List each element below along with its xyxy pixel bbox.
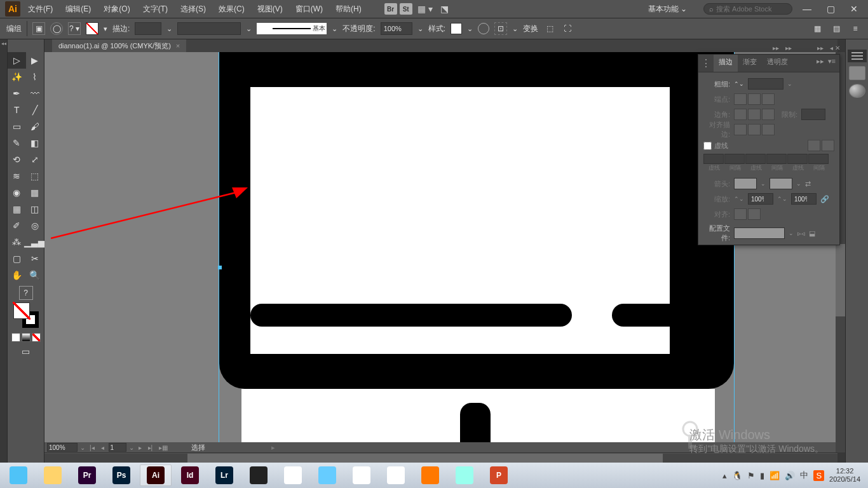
- screen-mode[interactable]: ▭: [17, 343, 35, 360]
- bbox-icon[interactable]: ▣: [32, 22, 45, 35]
- fill-stroke-indicator[interactable]: [13, 302, 39, 328]
- tray-expand-icon[interactable]: ▴: [722, 471, 727, 480]
- workspace-selector[interactable]: 基本功能 ⌄: [643, 3, 698, 16]
- color-mode-fill[interactable]: [11, 333, 20, 342]
- tray-qq-icon[interactable]: 🐧: [732, 471, 742, 480]
- dock-properties-icon[interactable]: [849, 66, 865, 80]
- align-center[interactable]: [734, 124, 747, 135]
- stroke-weight-input[interactable]: [135, 22, 161, 35]
- align-icon[interactable]: ⊡: [494, 22, 507, 35]
- cap-round[interactable]: [748, 93, 761, 105]
- menu-help[interactable]: 帮助(H): [330, 1, 367, 17]
- panel-tab-stroke[interactable]: 描边: [714, 55, 738, 72]
- style-swatch[interactable]: [451, 23, 462, 34]
- cap-butt[interactable]: [734, 93, 747, 105]
- rectangle-tool[interactable]: ▭: [8, 118, 26, 135]
- panel-menu-icon[interactable]: ▾≡: [828, 57, 836, 69]
- paintbrush-tool[interactable]: 🖌: [26, 118, 44, 135]
- arrow-extend[interactable]: [734, 208, 747, 220]
- panel-expand-icon[interactable]: ▸▸: [817, 57, 824, 69]
- tray-volume-icon[interactable]: 🔊: [785, 471, 795, 480]
- eraser-tool[interactable]: ◧: [26, 135, 44, 151]
- curvature-tool[interactable]: 〰: [26, 85, 44, 102]
- taskbar-app-notes[interactable]: [449, 464, 480, 486]
- corner-round[interactable]: [748, 109, 761, 120]
- zoom-tool[interactable]: 🔍: [26, 267, 44, 283]
- menu-object[interactable]: 对象(O): [98, 1, 135, 17]
- taskbar-app-app1[interactable]: [243, 464, 275, 486]
- blend-tool[interactable]: ◎: [26, 217, 44, 234]
- artboard-tool[interactable]: ▢: [8, 250, 26, 267]
- tray-flag-icon[interactable]: ⚑: [747, 471, 755, 480]
- taskbar-app-qq[interactable]: [346, 464, 377, 486]
- panel-grip-icon[interactable]: ⋮: [698, 55, 714, 72]
- mesh-tool[interactable]: ▦: [8, 201, 26, 217]
- grid-icon[interactable]: ▦: [811, 22, 824, 35]
- align-outside[interactable]: [762, 124, 775, 135]
- artboard-number[interactable]: [109, 443, 126, 452]
- horizontal-scrollbar[interactable]: [44, 452, 837, 463]
- bridge-icon[interactable]: Br: [384, 3, 397, 15]
- taskbar-app-browser[interactable]: [3, 464, 34, 486]
- tray-network-icon[interactable]: 📶: [770, 471, 780, 480]
- crop-icon[interactable]: ⛶: [561, 22, 574, 35]
- menu-type[interactable]: 文字(T): [138, 1, 173, 17]
- align-inside[interactable]: [748, 124, 761, 135]
- lasso-tool[interactable]: ⌇: [26, 69, 44, 85]
- slice-tool[interactable]: ✂: [26, 250, 44, 267]
- prev-artboard[interactable]: ◂: [99, 444, 106, 451]
- tray-sogou-icon[interactable]: S: [813, 470, 824, 481]
- next-artboard[interactable]: ▸: [137, 444, 144, 451]
- panel-collapse-arrows[interactable]: ▸▸▸▸▸▸◂ ✕: [773, 44, 840, 51]
- direct-selection-tool[interactable]: ▶: [26, 52, 44, 69]
- taskbar-app-illustrator[interactable]: Ai: [140, 464, 172, 486]
- pen-tool[interactable]: ✒: [8, 85, 26, 102]
- gpu-icon[interactable]: ⬔: [438, 4, 451, 14]
- selection-tool[interactable]: ▷: [8, 52, 26, 69]
- color-mode-gradient[interactable]: [22, 333, 31, 342]
- menu-window[interactable]: 窗口(W): [290, 1, 328, 17]
- menu-effect[interactable]: 效果(C): [214, 1, 250, 17]
- graph-tool[interactable]: ▁▃▅: [25, 234, 44, 250]
- flip-along-icon[interactable]: ⬓: [809, 229, 815, 238]
- taskbar-clock[interactable]: 12:32 2020/5/14: [829, 467, 860, 484]
- magic-wand-tool[interactable]: ✨: [8, 69, 26, 85]
- document-tab-close[interactable]: ×: [176, 42, 180, 50]
- arrow-tip[interactable]: [748, 208, 761, 220]
- dock-menu-icon[interactable]: [848, 50, 867, 62]
- swap-arrow-icon[interactable]: ⇄: [805, 180, 811, 188]
- type-tool[interactable]: T: [8, 102, 26, 118]
- eyedropper-tool[interactable]: ✐: [8, 217, 26, 234]
- taskbar-app-indesign[interactable]: Id: [174, 464, 206, 486]
- dash-checkbox[interactable]: [703, 142, 712, 150]
- perspective-tool[interactable]: ▦: [26, 184, 44, 201]
- artboard-nav-icon[interactable]: ▸▦: [157, 444, 170, 451]
- snap-icon[interactable]: ▤: [830, 22, 843, 35]
- arrow-start[interactable]: [734, 178, 757, 189]
- question-icon[interactable]: ? ▾: [68, 22, 81, 35]
- corner-miter[interactable]: [734, 109, 747, 120]
- gradient-tool[interactable]: ◫: [26, 201, 44, 217]
- recolor-icon[interactable]: [478, 23, 489, 34]
- color-mode-none[interactable]: [32, 333, 41, 342]
- left-panel-strip[interactable]: ◂◂: [0, 39, 8, 463]
- panel-tab-gradient[interactable]: 渐变: [738, 55, 762, 72]
- document-tab[interactable]: diannao(1).ai @ 100% (CMYK/预览) ×: [52, 39, 186, 53]
- scale-end[interactable]: [791, 193, 817, 205]
- maximize-button[interactable]: ▢: [822, 4, 840, 14]
- scale-tool[interactable]: ⤢: [26, 151, 44, 168]
- symbol-sprayer-tool[interactable]: ⁂: [8, 234, 25, 250]
- zoom-input[interactable]: [47, 443, 78, 452]
- width-tool[interactable]: ≋: [8, 168, 26, 184]
- prefs-icon[interactable]: ≡: [849, 22, 862, 35]
- menu-select[interactable]: 选择(S): [175, 1, 211, 17]
- last-artboard[interactable]: ▸|: [146, 444, 155, 451]
- menu-file[interactable]: 文件(F): [23, 1, 58, 17]
- brush-preset[interactable]: 基本: [257, 23, 327, 34]
- taskbar-app-app2[interactable]: [277, 464, 309, 486]
- isolate-icon[interactable]: ⬚: [543, 22, 556, 35]
- profile-select[interactable]: [734, 227, 785, 239]
- cap-projecting[interactable]: [762, 93, 775, 105]
- tray-ime-icon[interactable]: 中: [800, 470, 808, 481]
- shaper-tool[interactable]: ✎: [8, 135, 26, 151]
